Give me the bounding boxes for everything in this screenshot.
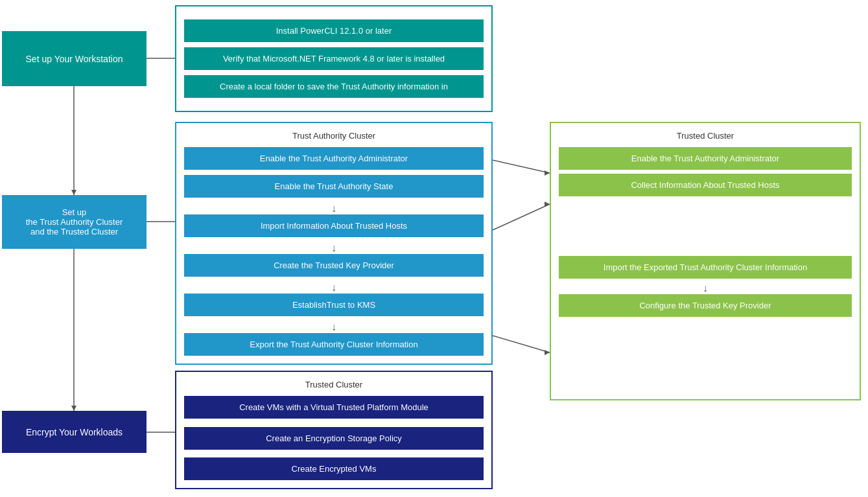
svg-line-9 bbox=[493, 204, 550, 230]
svg-marker-8 bbox=[545, 170, 550, 176]
trusted-right-panel: Trusted Cluster Enable the Trust Authori… bbox=[550, 122, 861, 400]
step-wrapper-create-key: ↓ Create the Trusted Key Provider bbox=[184, 242, 484, 277]
trust-authority-cluster-box: Set up the Trust Authority Cluster and t… bbox=[2, 195, 147, 249]
trust-authority-panel-title: Trust Authority Cluster bbox=[184, 131, 484, 141]
step-wrapper-import-exported: Import the Exported Trust Authority Clus… bbox=[559, 256, 852, 279]
arrow-icon-5: ↓ bbox=[703, 283, 708, 294]
svg-marker-3 bbox=[71, 406, 76, 411]
step-wrapper-import: ↓ Import Information About Trusted Hosts bbox=[184, 203, 484, 237]
step-right-collect-info[interactable]: Collect Information About Trusted Hosts bbox=[559, 174, 852, 196]
svg-line-7 bbox=[493, 160, 550, 173]
encrypt-label: Encrypt Your Workloads bbox=[26, 427, 123, 437]
trust-authority-panel: Trust Authority Cluster Enable the Trust… bbox=[175, 122, 493, 365]
step-establish-trust-kms[interactable]: EstablishTrust to KMS bbox=[184, 294, 484, 316]
step-wrapper-configure-key: ↓ Configure the Trusted Key Provider bbox=[559, 283, 852, 317]
step-create-encrypted-vms[interactable]: Create Encrypted VMs bbox=[184, 457, 484, 480]
step-create-folder[interactable]: Create a local folder to save the Trust … bbox=[184, 75, 484, 98]
arrow-icon-1: ↓ bbox=[331, 203, 336, 214]
trusted-right-panel-title: Trusted Cluster bbox=[559, 131, 852, 141]
step-verify-dotnet[interactable]: Verify that Microsoft.NET Framework 4.8 … bbox=[184, 47, 484, 70]
step-wrapper-export: ↓ Export the Trust Authority Cluster Inf… bbox=[184, 321, 484, 356]
step-right-enable-admin[interactable]: Enable the Trust Authority Administrator bbox=[559, 147, 852, 170]
arrow-icon-2: ↓ bbox=[331, 243, 336, 253]
workstation-steps-panel: Install PowerCLI 12.1.0 or later Verify … bbox=[175, 5, 493, 112]
svg-marker-1 bbox=[71, 190, 76, 195]
workstation-label: Set up Your Workstation bbox=[26, 54, 123, 64]
trusted-cluster-panel: Trusted Cluster Create VMs with a Virtua… bbox=[175, 371, 493, 489]
encrypt-workloads-box: Encrypt Your Workloads bbox=[2, 411, 147, 453]
step-create-trusted-key[interactable]: Create the Trusted Key Provider bbox=[184, 254, 484, 277]
step-export-cluster-info[interactable]: Export the Trust Authority Cluster Infor… bbox=[184, 333, 484, 356]
svg-line-11 bbox=[493, 336, 550, 353]
step-import-trusted-hosts[interactable]: Import Information About Trusted Hosts bbox=[184, 214, 484, 237]
step-right-import-exported[interactable]: Import the Exported Trust Authority Clus… bbox=[559, 256, 852, 279]
step-wrapper-establish-trust: ↓ EstablishTrust to KMS bbox=[184, 282, 484, 316]
trust-authority-label: Set up the Trust Authority Cluster and t… bbox=[26, 207, 123, 237]
svg-marker-12 bbox=[545, 350, 550, 355]
arrow-icon-4: ↓ bbox=[331, 322, 336, 332]
trusted-cluster-panel-title: Trusted Cluster bbox=[184, 380, 484, 389]
svg-marker-10 bbox=[545, 202, 550, 207]
step-create-vms-vtpm[interactable]: Create VMs with a Virtual Trusted Platfo… bbox=[184, 396, 484, 419]
spacer-area bbox=[559, 200, 852, 252]
step-create-encryption-policy[interactable]: Create an Encryption Storage Policy bbox=[184, 427, 484, 450]
step-enable-admin[interactable]: Enable the Trust Authority Administrator bbox=[184, 147, 484, 170]
step-install-powercli[interactable]: Install PowerCLI 12.1.0 or later bbox=[184, 19, 484, 42]
step-enable-state[interactable]: Enable the Trust Authority State bbox=[184, 175, 484, 198]
diagram-container: Set up Your Workstation Set up the Trust… bbox=[0, 0, 868, 497]
workstation-box: Set up Your Workstation bbox=[2, 31, 147, 86]
arrow-icon-3: ↓ bbox=[331, 283, 336, 293]
step-right-configure-key[interactable]: Configure the Trusted Key Provider bbox=[559, 294, 852, 317]
